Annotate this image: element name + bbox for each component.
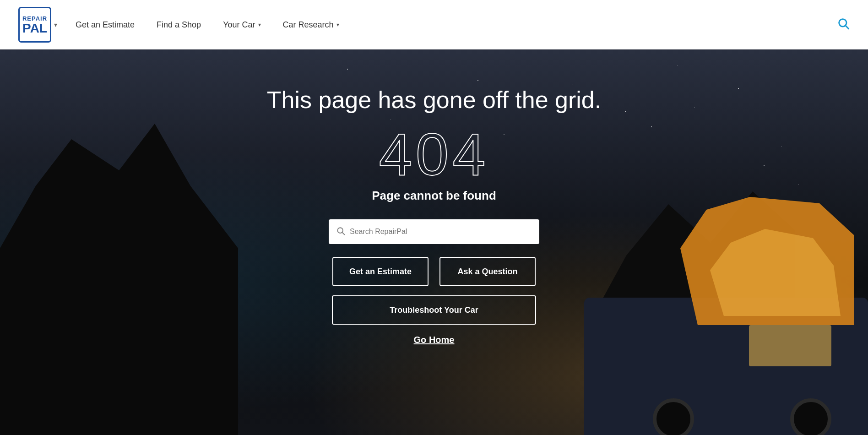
nav-your-car-label: Your Car <box>223 20 255 30</box>
car-research-dropdown-icon: ▾ <box>336 22 339 28</box>
van-wheel-right <box>790 398 831 435</box>
nav-car-research[interactable]: Car Research ▾ <box>283 20 339 30</box>
nav-your-car[interactable]: Your Car ▾ <box>223 20 260 30</box>
nav-car-research-label: Car Research <box>283 20 334 30</box>
search-input[interactable] <box>350 228 532 236</box>
action-buttons-row: Get an Estimate Ask a Question <box>332 257 536 286</box>
search-box-icon <box>336 226 345 238</box>
search-icon[interactable] <box>837 17 850 33</box>
logo[interactable]: REPAIR PAL ▾ <box>18 7 57 43</box>
svg-line-1 <box>846 26 848 28</box>
nav-find-a-shop-label: Find a Shop <box>157 20 201 30</box>
hero-title: This page has gone off the grid. <box>267 86 601 114</box>
hero-section: This page has gone off the grid. 404 Pag… <box>0 49 868 435</box>
svg-line-3 <box>342 232 345 234</box>
error-code: 404 <box>379 125 489 184</box>
logo-dropdown-icon: ▾ <box>54 21 57 28</box>
get-estimate-button[interactable]: Get an Estimate <box>332 257 429 286</box>
ask-question-label: Ask a Question <box>457 267 517 277</box>
logo-pal-text: PAL <box>22 22 47 35</box>
troubleshoot-button[interactable]: Troubleshoot Your Car <box>332 295 536 325</box>
nav-get-estimate[interactable]: Get an Estimate <box>76 20 135 30</box>
get-estimate-label: Get an Estimate <box>349 267 412 277</box>
navbar: REPAIR PAL ▾ Get an Estimate Find a Shop… <box>0 0 868 49</box>
van-wheel-left <box>653 398 694 435</box>
hero-subtitle: Page cannot be found <box>372 189 496 203</box>
nav-links: Get an Estimate Find a Shop Your Car ▾ C… <box>76 20 837 30</box>
your-car-dropdown-icon: ▾ <box>258 22 261 28</box>
nav-get-estimate-label: Get an Estimate <box>76 20 135 30</box>
hero-content: This page has gone off the grid. 404 Pag… <box>0 86 868 345</box>
ask-question-button[interactable]: Ask a Question <box>439 257 536 286</box>
search-box[interactable] <box>329 219 539 244</box>
go-home-label: Go Home <box>414 335 455 345</box>
nav-find-a-shop[interactable]: Find a Shop <box>157 20 201 30</box>
troubleshoot-label: Troubleshoot Your Car <box>390 305 478 315</box>
go-home-link[interactable]: Go Home <box>414 335 455 345</box>
logo-box: REPAIR PAL <box>18 7 51 43</box>
